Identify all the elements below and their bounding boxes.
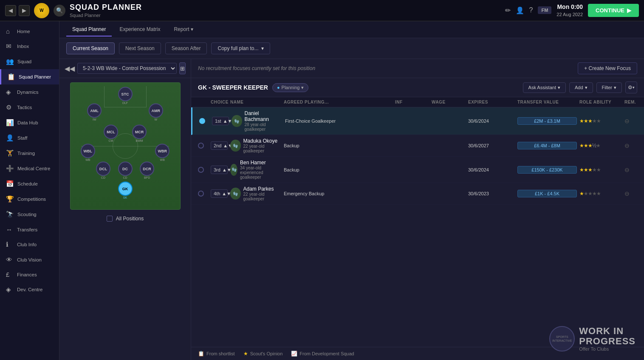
position-dcr[interactable]: DCR BPD — [140, 161, 154, 179]
forward-button[interactable]: ▶ — [19, 5, 30, 16]
back-button[interactable]: ◀ — [5, 5, 16, 16]
search-icon[interactable]: 🔍 — [54, 5, 65, 17]
transfer-value-2: £6.4M - £8M — [517, 142, 577, 149]
add-button[interactable]: Add ▾ — [569, 82, 593, 93]
player-name-4: Adam Parkes — [243, 186, 282, 192]
sidebar-item-competitions[interactable]: 🏆 Competitions — [0, 191, 59, 207]
planning-badge[interactable]: ● Planning ▾ — [272, 83, 308, 92]
position-mcr[interactable]: MCR BWM — [132, 125, 147, 142]
col-expires: EXPIRES — [468, 100, 515, 104]
table-row[interactable]: 2nd ▲▼ 🧤 Maduka Okoye 22 year-old goalke… — [191, 135, 644, 157]
position-title: GK - SWEEPER KEEPER ● Planning ▾ — [198, 83, 308, 92]
sidebar-item-home[interactable]: ⌂ Home — [0, 24, 59, 39]
scouting-icon: 🔭 — [6, 211, 14, 218]
table-header: CHOICE NAME AGREED PLAYING... INF WAGE E… — [191, 97, 644, 107]
help-icon[interactable]: ? — [529, 6, 533, 14]
sidebar-item-training[interactable]: 🏋 Training — [0, 146, 59, 161]
sidebar-item-dynamics[interactable]: ◈ Dynamics — [0, 84, 59, 100]
inbox-icon: ✉ — [6, 42, 14, 50]
settings-button[interactable]: ⚙ ▾ — [625, 82, 637, 93]
transfer-value-3: £150K - £230K — [517, 166, 577, 174]
squad-planner-icon: 📋 — [7, 73, 15, 81]
position-stc[interactable]: STC DLF — [118, 87, 133, 104]
position-mcl[interactable]: MCL CM — [104, 125, 118, 142]
collapse-button[interactable]: ◀◀ — [65, 65, 75, 73]
choice-cell-3: 3rd ▲▼ — [211, 166, 228, 174]
formation-view-toggle[interactable]: ⊞ — [179, 62, 186, 74]
remove-button-3[interactable]: ⊖ — [624, 166, 637, 173]
sidebar-item-squad-planner[interactable]: 📋 Squad Planner — [0, 69, 59, 84]
continue-button[interactable]: CONTINUE ▶ — [588, 4, 639, 17]
transfer-value-4: £1K - £4.5K — [517, 190, 577, 197]
season-next-button[interactable]: Next Season — [119, 42, 161, 54]
watermark-title: WORK INPROGRESS — [579, 326, 636, 346]
sidebar-item-schedule[interactable]: 📅 Schedule — [0, 176, 59, 191]
table-row[interactable]: 3rd ▲▼ 🧤 Ben Hamer 34 year-old experienc… — [191, 157, 644, 183]
row-select-3[interactable] — [198, 167, 204, 173]
edit-icon[interactable]: ✏ — [505, 6, 511, 14]
tab-squad-planner[interactable]: Squad Planner — [66, 23, 112, 37]
season-current-button[interactable]: Current Season — [66, 42, 115, 54]
sidebar-item-scouting[interactable]: 🔭 Scouting — [0, 207, 59, 222]
row-select-2[interactable] — [198, 143, 204, 149]
watermark-subtitle: Offer To Clubs — [579, 346, 636, 352]
choice-dropdown-2[interactable]: 2nd ▲▼ — [211, 141, 228, 150]
position-wbr[interactable]: WBR WB — [155, 143, 169, 161]
remove-button-1[interactable]: ⊖ — [624, 118, 637, 124]
table-row[interactable]: 1st ▲▼ 🧤 Daniel Bachmann 28 year-old goa… — [191, 107, 644, 135]
position-aml[interactable]: AML IW — [87, 103, 102, 121]
table-row[interactable]: 4th ▲▼ 🧤 Adam Parkes 22 year-old goalkee… — [191, 183, 644, 205]
choice-dropdown-3[interactable]: 3rd ▲▼ — [211, 166, 228, 174]
date-display: Mon 0:00 22 Aug 2022 — [556, 3, 583, 18]
squad-icon: 👥 — [6, 58, 14, 65]
sidebar-item-club-info[interactable]: ℹ Club Info — [0, 237, 59, 252]
tab-report[interactable]: Report ▾ — [168, 23, 199, 37]
position-dcl[interactable]: DCL CD — [96, 161, 110, 179]
position-wbl[interactable]: WBL WB — [81, 143, 95, 161]
create-focus-button[interactable]: + Create New Focus — [578, 62, 637, 74]
sidebar-item-dev-centre[interactable]: ◈ Dev. Centre — [0, 282, 59, 297]
position-badge: GK - SWEEPER KEEPER — [198, 84, 268, 91]
sidebar-item-squad[interactable]: 👥 Squad — [0, 54, 59, 69]
sidebar-item-finances[interactable]: £ Finances — [0, 267, 59, 282]
watermark: SPORTS INTERACTIVE WORK INPROGRESS Offer… — [549, 326, 636, 352]
dynamics-icon: ◈ — [6, 88, 14, 96]
choice-dropdown-1[interactable]: 1st ▲▼ — [212, 117, 229, 125]
legend-scout-opinion: ★ Scout's Opinion — [243, 351, 283, 357]
season-after-button[interactable]: Season After — [165, 42, 207, 54]
expires-1: 30/6/2024 — [468, 118, 515, 124]
position-gk[interactable]: GK SK — [118, 182, 133, 199]
row-select-1[interactable] — [199, 118, 205, 124]
player-avatar-3: 🧤 — [230, 164, 237, 176]
pitch-container: STC DLF AML IW AMR W — [59, 78, 191, 360]
remove-button-4[interactable]: ⊖ — [624, 190, 637, 197]
avatar-icon[interactable]: 👤 — [516, 6, 524, 14]
sidebar-item-inbox[interactable]: ✉ Inbox — [0, 39, 59, 54]
sidebar-item-data-hub[interactable]: 📊 Data Hub — [0, 115, 59, 130]
medical-icon: ➕ — [6, 165, 14, 172]
fm-label: FM — [538, 6, 551, 14]
sidebar-item-transfers[interactable]: ↔ Transfers — [0, 222, 59, 237]
sidebar-item-club-vision[interactable]: 👁 Club Vision — [0, 252, 59, 267]
row-select-4[interactable] — [198, 191, 204, 197]
competitions-icon: 🏆 — [6, 195, 14, 203]
choice-dropdown-4[interactable]: 4th ▲▼ — [211, 189, 228, 198]
player-table: CHOICE NAME AGREED PLAYING... INF WAGE E… — [191, 97, 644, 347]
filter-button[interactable]: Filter ▾ — [596, 82, 622, 93]
sidebar-item-staff[interactable]: 👤 Staff — [0, 130, 59, 146]
col-remove: REM. — [624, 100, 637, 104]
formation-select[interactable]: 5-2-3 WB Wide - Control Possession — [77, 63, 177, 74]
sidebar-item-medical[interactable]: ➕ Medical Centre — [0, 161, 59, 176]
position-amr[interactable]: AMR W — [149, 103, 163, 121]
tab-experience-matrix[interactable]: Experience Matrix — [113, 23, 166, 37]
right-panel: No recruitment focuses currently set for… — [191, 59, 644, 360]
all-positions-label: All Positions — [116, 216, 144, 222]
copy-plan-button[interactable]: Copy full plan to... ▾ — [211, 42, 270, 54]
agreed-playing-1: First-Choice Goalkeeper — [285, 118, 393, 124]
all-positions-checkbox[interactable] — [107, 216, 113, 222]
remove-button-2[interactable]: ⊖ — [624, 142, 637, 149]
position-dc[interactable]: DC CD — [118, 161, 133, 179]
sidebar-item-tactics[interactable]: ⚙ Tactics — [0, 100, 59, 115]
ask-assistant-button[interactable]: Ask Assistant ▾ — [523, 82, 566, 93]
data-hub-icon: 📊 — [6, 119, 14, 127]
